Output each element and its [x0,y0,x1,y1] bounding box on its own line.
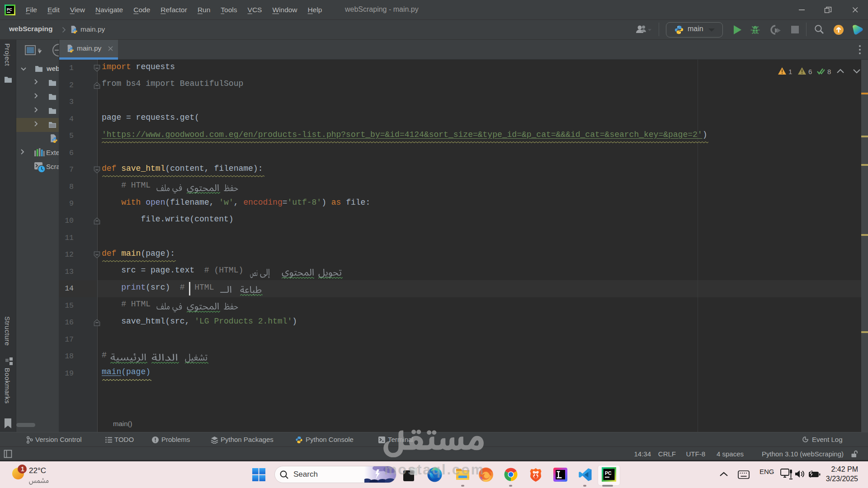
svg-text:1: 1 [21,465,24,473]
svg-text:6: 6 [808,68,812,75]
svg-text:8: 8 [827,68,831,75]
svg-text:PC: PC [7,7,12,12]
svg-text:1: 1 [788,68,792,75]
svg-text:PC: PC [605,470,612,476]
